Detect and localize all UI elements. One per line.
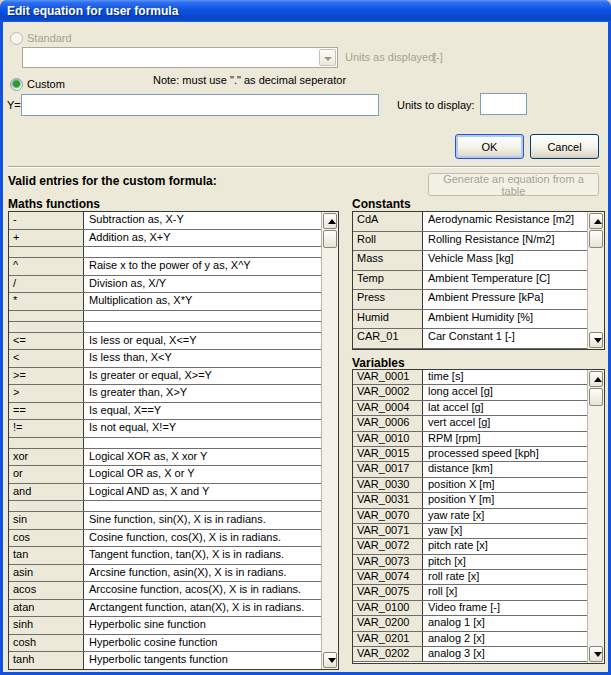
entry-key-cell[interactable]: VAR_0100 xyxy=(353,601,423,615)
entry-key-cell[interactable]: and xyxy=(9,484,84,501)
entry-key-cell[interactable]: VAR_0071 xyxy=(353,524,423,538)
table-row[interactable]: CdAAerodynamic Resistance [m2] xyxy=(353,212,587,232)
table-row[interactable]: cosCosine function, cos(X), X is in radi… xyxy=(9,530,321,548)
entry-description-cell[interactable]: yaw rate [x] xyxy=(423,509,587,523)
entry-key-cell[interactable]: cosh xyxy=(9,635,84,652)
table-row[interactable]: RollRolling Resistance [N/m2] xyxy=(353,232,587,252)
entry-key-cell[interactable]: VAR_0070 xyxy=(353,509,423,523)
scroll-down-button[interactable] xyxy=(589,646,603,662)
table-row[interactable]: VAR_0030position X [m] xyxy=(353,478,587,493)
table-row[interactable]: MassVehicle Mass [kg] xyxy=(353,251,587,271)
entry-description-cell[interactable]: roll [x] xyxy=(423,585,587,599)
entry-description-cell[interactable] xyxy=(84,501,321,511)
entry-key-cell[interactable]: VAR_0202 xyxy=(353,647,423,661)
entry-key-cell[interactable]: != xyxy=(9,420,84,437)
entry-key-cell[interactable] xyxy=(9,322,84,332)
entry-key-cell[interactable] xyxy=(9,501,84,511)
entry-key-cell[interactable]: VAR_0017 xyxy=(353,462,423,476)
entry-key-cell[interactable]: / xyxy=(9,276,84,293)
entry-description-cell[interactable]: Ambient Pressure [kPa] xyxy=(423,290,587,309)
entry-description-cell[interactable]: Arccosine function, acos(X), X is in rad… xyxy=(84,582,321,599)
entry-description-cell[interactable]: distance [km] xyxy=(423,462,587,476)
units-to-display-input[interactable] xyxy=(480,93,527,115)
entry-description-cell[interactable]: Rolling Resistance [N/m2] xyxy=(423,232,587,251)
entry-key-cell[interactable]: == xyxy=(9,403,84,420)
ok-button[interactable]: OK xyxy=(455,134,524,159)
entry-description-cell[interactable] xyxy=(84,438,321,448)
table-row[interactable]: ^Raise x to the power of y as, X^Y xyxy=(9,258,321,276)
table-row[interactable] xyxy=(9,322,321,333)
table-row[interactable]: VAR_0072pitch rate [x] xyxy=(353,539,587,554)
entry-key-cell[interactable]: Mass xyxy=(353,251,423,270)
entry-key-cell[interactable]: VAR_0074 xyxy=(353,570,423,584)
entry-description-cell[interactable]: Hyperbolic tangents function xyxy=(84,652,321,669)
entry-key-cell[interactable]: atan xyxy=(9,600,84,617)
table-row[interactable]: VAR_0073pitch [x] xyxy=(353,555,587,570)
entry-key-cell[interactable]: sinh xyxy=(9,617,84,634)
entry-description-cell[interactable]: Aerodynamic Resistance [m2] xyxy=(423,212,587,231)
entry-description-cell[interactable]: Addition as, X+Y xyxy=(84,230,321,247)
table-row[interactable]: +Addition as, X+Y xyxy=(9,230,321,248)
table-row[interactable]: VAR_0006vert accel [g] xyxy=(353,416,587,431)
entry-description-cell[interactable]: Ambient Humidity [%] xyxy=(423,310,587,329)
table-row[interactable]: asinArcsine function, asin(X), X is in r… xyxy=(9,565,321,583)
table-row[interactable] xyxy=(9,311,321,322)
table-row[interactable]: /Division as, X/Y xyxy=(9,276,321,294)
entry-key-cell[interactable]: tan xyxy=(9,547,84,564)
table-row[interactable]: VAR_0070yaw rate [x] xyxy=(353,509,587,524)
table-row[interactable]: -Subtraction as, X-Y xyxy=(9,212,321,230)
entry-description-cell[interactable]: analog 3 [x] xyxy=(423,647,587,661)
entry-description-cell[interactable]: Multiplication as, X*Y xyxy=(84,293,321,310)
entry-description-cell[interactable]: long accel [g] xyxy=(423,385,587,399)
table-row[interactable]: VAR_0071yaw [x] xyxy=(353,524,587,539)
entry-key-cell[interactable]: VAR_0031 xyxy=(353,493,423,507)
entry-description-cell[interactable]: position X [m] xyxy=(423,478,587,492)
table-row[interactable]: VAR_0202analog 3 [x] xyxy=(353,647,587,662)
scroll-down-button[interactable] xyxy=(589,332,603,348)
entry-description-cell[interactable]: position Y [m] xyxy=(423,493,587,507)
table-row[interactable]: acosArccosine function, acos(X), X is in… xyxy=(9,582,321,600)
entry-description-cell[interactable]: lat accel [g] xyxy=(423,401,587,415)
entry-description-cell[interactable]: vert accel [g] xyxy=(423,416,587,430)
table-row[interactable]: <Is less than, X<Y xyxy=(9,350,321,368)
entry-description-cell[interactable]: Car Constant 1 [-] xyxy=(423,329,587,348)
entry-description-cell[interactable] xyxy=(84,247,321,257)
entry-description-cell[interactable]: roll rate [x] xyxy=(423,570,587,584)
table-row[interactable]: >=Is greater or equal, X>=Y xyxy=(9,368,321,386)
entry-key-cell[interactable]: cos xyxy=(9,530,84,547)
table-row[interactable]: VAR_0001time [s] xyxy=(353,370,587,385)
entry-key-cell[interactable]: + xyxy=(9,230,84,247)
table-row[interactable]: ==Is equal, X==Y xyxy=(9,403,321,421)
table-row[interactable]: VAR_0201analog 2 [x] xyxy=(353,632,587,647)
entry-description-cell[interactable]: pitch rate [x] xyxy=(423,539,587,553)
entry-description-cell[interactable]: RPM [rpm] xyxy=(423,432,587,446)
entry-key-cell[interactable]: CdA xyxy=(353,212,423,231)
entry-description-cell[interactable]: analog 2 [x] xyxy=(423,632,587,646)
entry-key-cell[interactable]: Temp xyxy=(353,271,423,290)
entry-key-cell[interactable]: VAR_0015 xyxy=(353,447,423,461)
scroll-down-button[interactable] xyxy=(323,652,337,668)
entry-description-cell[interactable]: Is not equal, X!=Y xyxy=(84,420,321,437)
entry-key-cell[interactable]: VAR_0075 xyxy=(353,585,423,599)
entry-key-cell[interactable]: VAR_0072 xyxy=(353,539,423,553)
table-row[interactable] xyxy=(9,501,321,512)
table-row[interactable]: VAR_0015processed speed [kph] xyxy=(353,447,587,462)
entry-description-cell[interactable]: Arctangent function, atan(X), X is in ra… xyxy=(84,600,321,617)
entry-description-cell[interactable]: processed speed [kph] xyxy=(423,447,587,461)
scroll-up-button[interactable] xyxy=(323,213,337,229)
entry-description-cell[interactable]: Division as, X/Y xyxy=(84,276,321,293)
entry-key-cell[interactable]: tanh xyxy=(9,652,84,669)
table-row[interactable]: tanhHyperbolic tangents function xyxy=(9,652,321,670)
entry-description-cell[interactable] xyxy=(84,311,321,321)
table-row[interactable] xyxy=(9,247,321,258)
entry-description-cell[interactable]: Sine function, sin(X), X is in radians. xyxy=(84,512,321,529)
constants-scrollbar[interactable] xyxy=(587,212,604,349)
entry-description-cell[interactable]: Is less than, X<Y xyxy=(84,350,321,367)
entry-description-cell[interactable]: Is greater than, X>Y xyxy=(84,385,321,402)
entry-key-cell[interactable]: VAR_0006 xyxy=(353,416,423,430)
entry-key-cell[interactable]: - xyxy=(9,212,84,229)
scroll-thumb[interactable] xyxy=(589,388,603,406)
entry-description-cell[interactable]: pitch [x] xyxy=(423,555,587,569)
entry-key-cell[interactable] xyxy=(9,311,84,321)
entry-description-cell[interactable]: Ambient Temperature [C] xyxy=(423,271,587,290)
